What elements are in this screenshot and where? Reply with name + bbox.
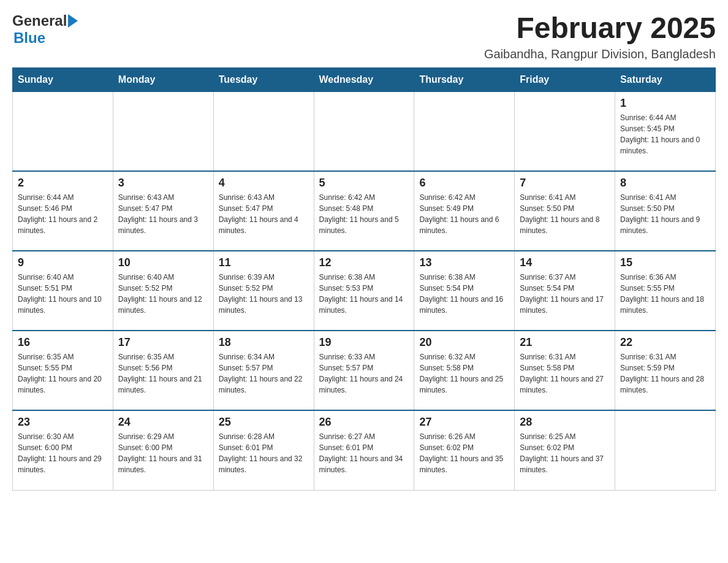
day-info: Sunrise: 6:31 AMSunset: 5:59 PMDaylight:… [620, 351, 710, 396]
header-monday: Monday [113, 67, 213, 91]
day-number: 11 [219, 256, 309, 269]
table-row: 26Sunrise: 6:27 AMSunset: 6:01 PMDayligh… [314, 410, 414, 490]
day-info: Sunrise: 6:33 AMSunset: 5:57 PMDaylight:… [319, 351, 409, 396]
day-info: Sunrise: 6:38 AMSunset: 5:53 PMDaylight:… [319, 272, 409, 316]
day-number: 26 [319, 416, 409, 429]
day-number: 4 [219, 177, 309, 190]
location-subtitle: Gaibandha, Rangpur Division, Bangladesh [484, 47, 716, 61]
table-row: 3Sunrise: 6:43 AMSunset: 5:47 PMDaylight… [113, 171, 213, 251]
header-wednesday: Wednesday [314, 67, 414, 91]
day-info: Sunrise: 6:39 AMSunset: 5:52 PMDaylight:… [219, 272, 309, 316]
table-row: 28Sunrise: 6:25 AMSunset: 6:02 PMDayligh… [515, 410, 615, 490]
day-number: 3 [118, 177, 208, 190]
day-info: Sunrise: 6:35 AMSunset: 5:55 PMDaylight:… [18, 351, 108, 396]
day-number: 25 [219, 416, 309, 429]
table-row: 5Sunrise: 6:42 AMSunset: 5:48 PMDaylight… [314, 171, 414, 251]
day-number: 2 [18, 177, 108, 190]
day-number: 9 [18, 256, 108, 269]
table-row: 22Sunrise: 6:31 AMSunset: 5:59 PMDayligh… [615, 331, 716, 410]
day-info: Sunrise: 6:27 AMSunset: 6:01 PMDaylight:… [319, 431, 409, 475]
title-section: February 2025 Gaibandha, Rangpur Divisio… [484, 12, 716, 61]
logo-general-text: General [12, 12, 67, 29]
day-number: 18 [219, 336, 309, 349]
page-header: General Blue February 2025 Gaibandha, Ra… [12, 12, 716, 61]
table-row: 4Sunrise: 6:43 AMSunset: 5:47 PMDaylight… [213, 171, 314, 251]
table-row: 17Sunrise: 6:35 AMSunset: 5:56 PMDayligh… [113, 331, 213, 410]
header-sunday: Sunday [13, 67, 113, 91]
day-number: 19 [319, 336, 409, 349]
day-number: 16 [18, 336, 108, 349]
table-row: 11Sunrise: 6:39 AMSunset: 5:52 PMDayligh… [213, 251, 314, 331]
calendar-header-row: Sunday Monday Tuesday Wednesday Thursday… [13, 67, 716, 91]
table-row [113, 91, 213, 171]
calendar-week-2: 2Sunrise: 6:44 AMSunset: 5:46 PMDaylight… [13, 171, 716, 251]
table-row: 23Sunrise: 6:30 AMSunset: 6:00 PMDayligh… [13, 410, 113, 490]
day-info: Sunrise: 6:40 AMSunset: 5:52 PMDaylight:… [118, 272, 208, 316]
day-info: Sunrise: 6:30 AMSunset: 6:00 PMDaylight:… [18, 431, 108, 475]
table-row: 18Sunrise: 6:34 AMSunset: 5:57 PMDayligh… [213, 331, 314, 410]
table-row: 20Sunrise: 6:32 AMSunset: 5:58 PMDayligh… [414, 331, 515, 410]
day-number: 5 [319, 177, 409, 190]
table-row: 21Sunrise: 6:31 AMSunset: 5:58 PMDayligh… [515, 331, 615, 410]
table-row: 15Sunrise: 6:36 AMSunset: 5:55 PMDayligh… [615, 251, 716, 331]
day-number: 28 [520, 416, 610, 429]
day-info: Sunrise: 6:42 AMSunset: 5:48 PMDaylight:… [319, 192, 409, 236]
table-row: 6Sunrise: 6:42 AMSunset: 5:49 PMDaylight… [414, 171, 515, 251]
day-number: 13 [419, 256, 509, 269]
day-info: Sunrise: 6:41 AMSunset: 5:50 PMDaylight:… [520, 192, 610, 236]
day-info: Sunrise: 6:26 AMSunset: 6:02 PMDaylight:… [419, 431, 509, 475]
day-number: 14 [520, 256, 610, 269]
logo: General Blue [12, 12, 78, 47]
table-row [515, 91, 615, 171]
day-number: 21 [520, 336, 610, 349]
calendar-week-1: 1Sunrise: 6:44 AMSunset: 5:45 PMDaylight… [13, 91, 716, 171]
table-row: 10Sunrise: 6:40 AMSunset: 5:52 PMDayligh… [113, 251, 213, 331]
table-row: 13Sunrise: 6:38 AMSunset: 5:54 PMDayligh… [414, 251, 515, 331]
day-number: 17 [118, 336, 208, 349]
table-row: 19Sunrise: 6:33 AMSunset: 5:57 PMDayligh… [314, 331, 414, 410]
day-number: 20 [419, 336, 509, 349]
day-info: Sunrise: 6:43 AMSunset: 5:47 PMDaylight:… [219, 192, 309, 236]
day-info: Sunrise: 6:37 AMSunset: 5:54 PMDaylight:… [520, 272, 610, 316]
day-number: 27 [419, 416, 509, 429]
header-tuesday: Tuesday [213, 67, 314, 91]
day-info: Sunrise: 6:43 AMSunset: 5:47 PMDaylight:… [118, 192, 208, 236]
day-number: 12 [319, 256, 409, 269]
calendar-week-4: 16Sunrise: 6:35 AMSunset: 5:55 PMDayligh… [13, 331, 716, 410]
day-info: Sunrise: 6:29 AMSunset: 6:00 PMDaylight:… [118, 431, 208, 475]
day-number: 10 [118, 256, 208, 269]
calendar-week-3: 9Sunrise: 6:40 AMSunset: 5:51 PMDaylight… [13, 251, 716, 331]
day-info: Sunrise: 6:25 AMSunset: 6:02 PMDaylight:… [520, 431, 610, 475]
day-info: Sunrise: 6:35 AMSunset: 5:56 PMDaylight:… [118, 351, 208, 396]
day-info: Sunrise: 6:32 AMSunset: 5:58 PMDaylight:… [419, 351, 509, 396]
table-row [213, 91, 314, 171]
month-title: February 2025 [484, 12, 716, 45]
table-row: 9Sunrise: 6:40 AMSunset: 5:51 PMDaylight… [13, 251, 113, 331]
day-info: Sunrise: 6:28 AMSunset: 6:01 PMDaylight:… [219, 431, 309, 475]
logo-blue-text: Blue [13, 29, 45, 47]
day-info: Sunrise: 6:40 AMSunset: 5:51 PMDaylight:… [18, 272, 108, 316]
header-saturday: Saturday [615, 67, 716, 91]
table-row: 8Sunrise: 6:41 AMSunset: 5:50 PMDaylight… [615, 171, 716, 251]
day-number: 23 [18, 416, 108, 429]
day-info: Sunrise: 6:44 AMSunset: 5:46 PMDaylight:… [18, 192, 108, 236]
day-info: Sunrise: 6:36 AMSunset: 5:55 PMDaylight:… [620, 272, 710, 316]
table-row: 14Sunrise: 6:37 AMSunset: 5:54 PMDayligh… [515, 251, 615, 331]
table-row [615, 410, 716, 490]
table-row: 2Sunrise: 6:44 AMSunset: 5:46 PMDaylight… [13, 171, 113, 251]
calendar-week-5: 23Sunrise: 6:30 AMSunset: 6:00 PMDayligh… [13, 410, 716, 490]
table-row: 16Sunrise: 6:35 AMSunset: 5:55 PMDayligh… [13, 331, 113, 410]
day-info: Sunrise: 6:41 AMSunset: 5:50 PMDaylight:… [620, 192, 710, 236]
header-thursday: Thursday [414, 67, 515, 91]
calendar-table: Sunday Monday Tuesday Wednesday Thursday… [12, 67, 716, 491]
day-number: 1 [620, 97, 710, 110]
day-number: 24 [118, 416, 208, 429]
day-info: Sunrise: 6:44 AMSunset: 5:45 PMDaylight:… [620, 112, 710, 156]
day-info: Sunrise: 6:42 AMSunset: 5:49 PMDaylight:… [419, 192, 509, 236]
header-friday: Friday [515, 67, 615, 91]
table-row: 25Sunrise: 6:28 AMSunset: 6:01 PMDayligh… [213, 410, 314, 490]
table-row [414, 91, 515, 171]
logo-triangle-icon [68, 14, 78, 28]
table-row [314, 91, 414, 171]
day-number: 8 [620, 177, 710, 190]
